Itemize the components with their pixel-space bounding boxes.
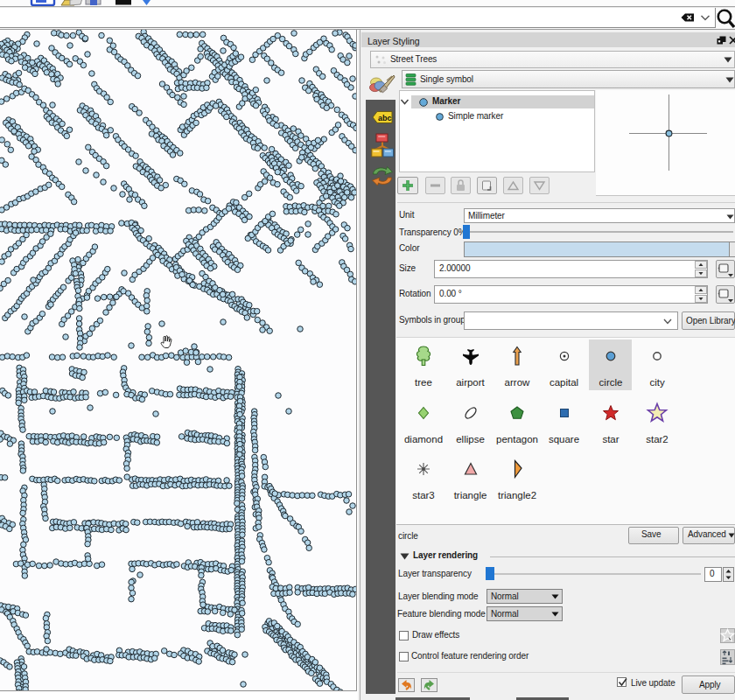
svg-text:abc: abc [378, 114, 392, 122]
